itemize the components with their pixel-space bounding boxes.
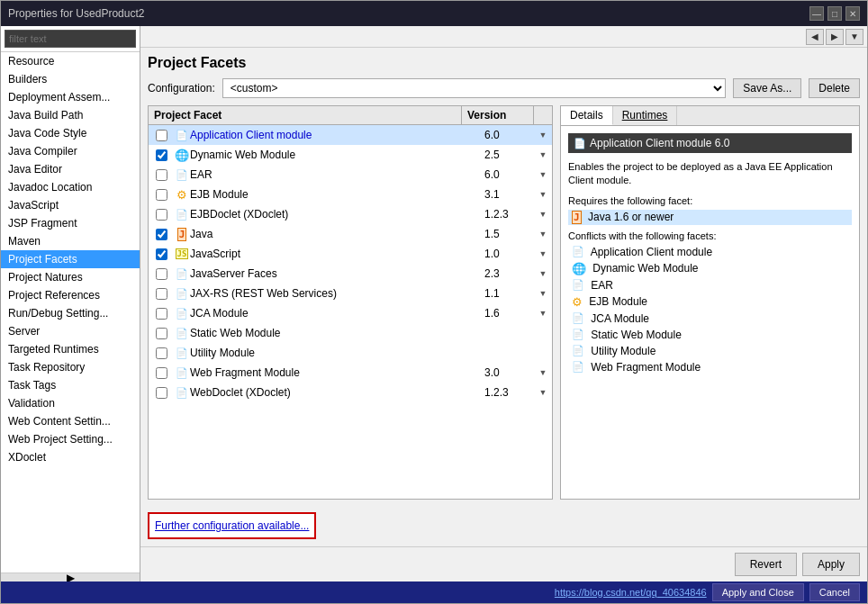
facet-dropdown-7[interactable]: ▼: [534, 269, 552, 278]
facet-checkbox-9[interactable]: [149, 308, 174, 320]
facet-name-8: JAX-RS (REST Web Services): [190, 287, 484, 300]
facet-checkbox-10[interactable]: [149, 328, 174, 339]
menu-button[interactable]: ▼: [845, 29, 863, 45]
facet-checkbox-5[interactable]: [149, 229, 174, 240]
apply-button[interactable]: Apply: [802, 553, 860, 576]
table-row[interactable]: 📄JAX-RS (REST Web Services)1.1▼: [149, 284, 552, 303]
further-config-area: Further configuration available...: [148, 505, 860, 539]
sidebar-item-10[interactable]: Maven: [1, 232, 140, 250]
sidebar-item-4[interactable]: Java Code Style: [1, 124, 140, 142]
conflict-item: 📄 EAR: [568, 278, 852, 293]
table-row[interactable]: 📄JavaServer Faces2.3▼: [149, 264, 552, 284]
table-row[interactable]: 📄EAR6.0▼: [149, 165, 552, 185]
table-row[interactable]: 📄EJBDoclet (XDoclet)1.2.3▼: [149, 204, 552, 224]
facet-checkbox-7[interactable]: [149, 268, 174, 280]
facet-checkbox-12[interactable]: [149, 367, 174, 379]
delete-button[interactable]: Delete: [809, 78, 860, 98]
table-row[interactable]: 📄WebDoclet (XDoclet)1.2.3▼: [149, 383, 552, 402]
sidebar-item-18[interactable]: Task Tags: [1, 376, 140, 394]
details-description: Enables the project to be deployed as a …: [568, 160, 852, 188]
facet-dropdown-9[interactable]: ▼: [534, 309, 552, 318]
sidebar-scroll[interactable]: ▶: [1, 572, 140, 581]
right-panel: ◀ ▶ ▼ Project Facets Configuration: <cus…: [140, 26, 867, 581]
facet-dropdown-0[interactable]: ▼: [534, 131, 552, 140]
facet-dropdown-5[interactable]: ▼: [534, 230, 552, 239]
panel-title: Project Facets: [148, 55, 860, 71]
facet-name-9: JCA Module: [190, 307, 484, 320]
forward-button[interactable]: ▶: [826, 29, 844, 45]
gear-icon: ⚙: [176, 188, 187, 202]
table-row[interactable]: 📄Application Client module6.0▼: [149, 125, 552, 145]
config-select[interactable]: <custom>: [222, 78, 727, 98]
table-row[interactable]: 📄JCA Module1.6▼: [149, 303, 552, 323]
tab-runtimes[interactable]: Runtimes: [613, 106, 678, 125]
sidebar-item-16[interactable]: Targeted Runtimes: [1, 340, 140, 358]
panel-toolbar: ◀ ▶ ▼: [140, 26, 867, 48]
sidebar-item-2[interactable]: Deployment Assem...: [1, 88, 140, 106]
close-button[interactable]: ✕: [845, 6, 860, 21]
facet-dropdown-4[interactable]: ▼: [534, 210, 552, 219]
apply-close-button[interactable]: Apply and Close: [712, 583, 804, 601]
facet-dropdown-8[interactable]: ▼: [534, 289, 552, 298]
sidebar-item-22[interactable]: XDoclet: [1, 448, 140, 466]
table-row[interactable]: 🌐Dynamic Web Module2.5▼: [149, 145, 552, 165]
tab-details[interactable]: Details: [561, 106, 613, 125]
further-config-link[interactable]: Further configuration available...: [155, 519, 309, 532]
sidebar-item-11[interactable]: Project Facets: [1, 250, 140, 268]
facet-dropdown-3[interactable]: ▼: [534, 190, 552, 199]
table-row[interactable]: 📄Static Web Module: [149, 323, 552, 343]
facet-checkbox-8[interactable]: [149, 288, 174, 300]
col-empty-header: [534, 106, 552, 124]
table-header: Project Facet Version: [149, 106, 552, 125]
maximize-button[interactable]: □: [827, 6, 842, 21]
cancel-button[interactable]: Cancel: [809, 583, 860, 601]
sidebar-item-7[interactable]: Javadoc Location: [1, 178, 140, 196]
facet-name-3: EJB Module: [190, 188, 484, 201]
sidebar-item-9[interactable]: JSP Fragment: [1, 214, 140, 232]
facet-checkbox-6[interactable]: [149, 248, 174, 260]
table-row[interactable]: 📄Web Fragment Module3.0▼: [149, 363, 552, 383]
facet-checkbox-4[interactable]: [149, 209, 174, 221]
facet-dropdown-6[interactable]: ▼: [534, 249, 552, 258]
facet-name-4: EJBDoclet (XDoclet): [190, 208, 484, 221]
table-row[interactable]: ⚙EJB Module3.1▼: [149, 185, 552, 204]
sidebar-item-21[interactable]: Web Project Setting...: [1, 430, 140, 448]
facets-area: Project Facet Version 📄Application Clien…: [148, 105, 860, 500]
doc-icon: 📄: [176, 288, 188, 300]
facet-checkbox-2[interactable]: [149, 169, 174, 181]
facet-checkbox-0[interactable]: [149, 130, 174, 141]
sidebar-item-20[interactable]: Web Content Settin...: [1, 412, 140, 430]
facet-dropdown-1[interactable]: ▼: [534, 150, 552, 159]
sidebar-item-14[interactable]: Run/Debug Setting...: [1, 304, 140, 322]
sidebar-item-12[interactable]: Project Natures: [1, 268, 140, 286]
status-link[interactable]: https://blog.csdn.net/qq_40634846: [555, 587, 707, 598]
minimize-button[interactable]: —: [809, 6, 824, 21]
facet-checkbox-3[interactable]: [149, 189, 174, 201]
sidebar-item-17[interactable]: Task Repository: [1, 358, 140, 376]
filter-input[interactable]: [5, 30, 136, 48]
sidebar-item-15[interactable]: Server: [1, 322, 140, 340]
sidebar-item-3[interactable]: Java Build Path: [1, 106, 140, 124]
save-as-button[interactable]: Save As...: [733, 78, 801, 98]
revert-button[interactable]: Revert: [735, 553, 797, 576]
table-row[interactable]: 📄Utility Module: [149, 343, 552, 363]
conflicts-label: Conflicts with the following facets:: [568, 230, 852, 241]
facet-checkbox-1[interactable]: [149, 149, 174, 161]
facets-table: Project Facet Version 📄Application Clien…: [148, 105, 553, 500]
facet-dropdown-12[interactable]: ▼: [534, 368, 552, 377]
table-row[interactable]: JJava1.5▼: [149, 224, 552, 244]
sidebar-item-0[interactable]: Resource: [1, 52, 140, 70]
table-row[interactable]: JSJavaScript1.0▼: [149, 244, 552, 264]
facet-checkbox-11[interactable]: [149, 347, 174, 359]
facet-dropdown-2[interactable]: ▼: [534, 170, 552, 179]
back-button[interactable]: ◀: [806, 29, 824, 45]
sidebar-item-1[interactable]: Builders: [1, 70, 140, 88]
sidebar-item-5[interactable]: Java Compiler: [1, 142, 140, 160]
sidebar-item-13[interactable]: Project References: [1, 286, 140, 304]
facet-checkbox-13[interactable]: [149, 387, 174, 399]
facet-name-11: Utility Module: [190, 347, 484, 359]
sidebar-item-19[interactable]: Validation: [1, 394, 140, 412]
facet-dropdown-13[interactable]: ▼: [534, 388, 552, 397]
sidebar-item-6[interactable]: Java Editor: [1, 160, 140, 178]
sidebar-item-8[interactable]: JavaScript: [1, 196, 140, 214]
